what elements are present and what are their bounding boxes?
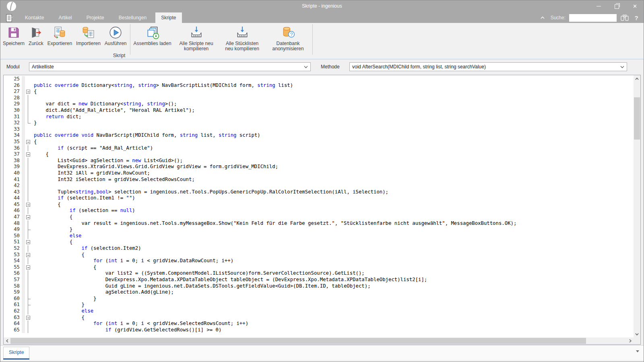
chevron-up-icon — [635, 78, 639, 80]
code-line[interactable]: 28 — [4, 95, 634, 101]
app-menu-button[interactable] — [3, 13, 17, 23]
horizontal-scrollbar[interactable] — [4, 337, 634, 344]
code-text: public override Dictionary<string, strin… — [31, 82, 634, 89]
code-line[interactable]: 37 { — [4, 151, 634, 158]
scroll-down-button[interactable] — [634, 331, 640, 337]
code-line[interactable]: 50 else — [4, 233, 634, 239]
help-button[interactable]: ? — [633, 14, 640, 21]
minimize-button[interactable] — [590, 0, 608, 12]
code-line[interactable]: 36 if (script == "Add_Ral_Article") — [4, 145, 634, 152]
code-line[interactable]: 60 } — [4, 296, 634, 302]
code-line[interactable]: 32} — [4, 120, 634, 126]
ribbon-tab-artikel[interactable]: Artikel — [53, 12, 77, 23]
code-line[interactable]: 40 Int32 iAll = gridView.RowCount; — [4, 170, 634, 177]
restore-button[interactable] — [608, 0, 626, 12]
code-line[interactable]: 53 { — [4, 252, 634, 258]
code-line[interactable]: 34public override void NavBarScript(MDIC… — [4, 132, 634, 139]
ribbon-collapse-button[interactable] — [538, 13, 547, 22]
ribbon-tab-projekte[interactable]: Projekte — [81, 12, 110, 23]
ribbon-button-importieren[interactable]: Importieren — [74, 24, 103, 47]
methode-select[interactable]: void AfterSearch(MDIChild form, string l… — [349, 62, 627, 71]
code-line[interactable]: 30 dict.Add("Add_Ral_Article", "Heroal R… — [4, 107, 634, 114]
code-line[interactable]: 44 if (selection.Item1 != "") — [4, 195, 634, 202]
indicator-margin — [22, 264, 25, 271]
fold-collapse-icon[interactable] — [25, 139, 31, 145]
fold-collapse-icon[interactable] — [25, 202, 31, 208]
ribbon-tabs: KontakteArtikelProjekteBestellungenSkrip… — [19, 12, 185, 23]
vertical-scrollbar[interactable] — [634, 75, 640, 337]
code-text: { — [31, 252, 634, 258]
modul-select[interactable]: Artikelliste — [29, 62, 311, 71]
code-line[interactable]: 31 return dict; — [4, 114, 634, 120]
ribbon-button-alle-st-cklisten-neu-kompilieren[interactable]: Alle Stücklisten neu kompilieren — [219, 24, 265, 53]
code-editor[interactable]: 2526public override Dictionary<string, s… — [3, 75, 641, 345]
ribbon-button-zur-ck[interactable]: Zurück — [27, 24, 45, 47]
ribbon-button-exportieren[interactable]: Exportieren — [45, 24, 74, 47]
code-line[interactable]: 48 var result = ingenious.net.Tools.myMe… — [4, 220, 634, 227]
tab-list-dropdown-icon[interactable] — [636, 350, 639, 352]
code-line[interactable]: 33 — [4, 126, 634, 133]
fold-collapse-icon[interactable] — [25, 264, 31, 271]
scroll-up-button[interactable] — [634, 75, 640, 82]
search-input[interactable] — [569, 14, 617, 22]
code-line[interactable]: 39 DevExpress.XtraGrid.Views.Grid.GridVi… — [4, 164, 634, 170]
code-line[interactable]: 26public override Dictionary<string, str… — [4, 82, 634, 89]
indicator-margin — [22, 258, 25, 264]
minimize-icon — [597, 6, 601, 6]
code-line[interactable]: 63 { — [4, 315, 634, 321]
code-line[interactable]: 27{ — [4, 88, 634, 95]
fold-collapse-icon[interactable] — [25, 252, 31, 258]
code-line[interactable]: 54 for (int i = 0; i < gridView.DataRowC… — [4, 258, 634, 264]
code-line[interactable]: 52 if (selection.Item2) — [4, 245, 634, 252]
code-line[interactable]: 41 Int32 iSelection = gridView.SelectedR… — [4, 177, 634, 183]
code-line[interactable]: 49 } — [4, 226, 634, 233]
vertical-scroll-thumb[interactable] — [634, 97, 640, 140]
line-number: 38 — [4, 158, 22, 164]
code-line[interactable]: 42 — [4, 183, 634, 189]
fold-collapse-icon[interactable] — [25, 151, 31, 158]
code-line[interactable]: 35{ — [4, 139, 634, 145]
close-button[interactable]: ✕ — [626, 0, 644, 12]
line-number: 35 — [4, 139, 22, 145]
ribbon-button-alle-skripte-neu-kompilieren[interactable]: Alle Skripte neu kompilieren — [173, 24, 219, 53]
fold-collapse-icon[interactable] — [25, 315, 31, 321]
code-line[interactable]: 46 if (selection == null) — [4, 208, 634, 214]
ribbon-button-speichern[interactable]: Speichern — [1, 24, 27, 47]
code-line[interactable]: 45 { — [4, 202, 634, 208]
code-line[interactable]: 29 var dict = new Dictionary<string, str… — [4, 101, 634, 107]
code-line[interactable]: 59 agSelection.Add(gLine); — [4, 289, 634, 296]
fold-collapse-icon[interactable] — [25, 88, 31, 95]
code-line[interactable]: 25 — [4, 76, 634, 82]
ribbon-button-datenbank-anonymisieren[interactable]: ?Datenbank anonymisieren — [265, 24, 311, 53]
ribbon-button-ausf-hren[interactable]: Ausführen — [103, 24, 129, 47]
code-line[interactable]: 47 { — [4, 214, 634, 220]
scroll-left-button[interactable] — [4, 337, 10, 344]
code-line[interactable]: 43 Tuple<string,bool> selection = ingeni… — [4, 189, 634, 195]
find-button[interactable] — [620, 13, 629, 22]
code-line[interactable]: 62 else — [4, 308, 634, 315]
code-line[interactable]: 51 { — [4, 239, 634, 245]
code-area[interactable]: 2526public override Dictionary<string, s… — [4, 75, 634, 337]
indicator-margin — [22, 195, 25, 202]
fold-collapse-icon[interactable] — [25, 239, 31, 245]
ribbon-tab-skripte[interactable]: Skripte — [155, 12, 182, 23]
code-line[interactable]: 38 List<Guid> agSelection = new List<Gui… — [4, 158, 634, 164]
code-line[interactable]: 56 var list2 = ((System.ComponentModel.I… — [4, 270, 634, 277]
code-line[interactable]: 64 for (int i = 0; i < gridView.Selected… — [4, 321, 634, 327]
save-icon — [7, 26, 21, 39]
code-line[interactable]: 57 DevExpress.Xpo.Metadata.XPDataTableOb… — [4, 277, 634, 283]
ribbon-button-assemblies-laden[interactable]: Assemblies laden — [132, 24, 173, 47]
code-line[interactable]: 58 Guid gLine = ingenious.net.DataSets.D… — [4, 283, 634, 290]
ribbon-tab-kontakte[interactable]: Kontakte — [19, 12, 50, 23]
fold-collapse-icon[interactable] — [25, 214, 31, 220]
scroll-right-button[interactable] — [627, 337, 634, 344]
code-line[interactable]: 55 { — [4, 264, 634, 271]
code-line[interactable]: 65 if (gridView.GetSelectedRows()[i] >= … — [4, 327, 634, 333]
indicator-margin — [22, 270, 25, 277]
ribbon-tab-bestellungen[interactable]: Bestellungen — [113, 12, 152, 23]
bottom-tab-skripte[interactable]: Skripte — [3, 347, 29, 358]
code-text: dict.Add("Add_Ral_Article", "Heroal RAL … — [31, 107, 634, 114]
indicator-margin — [22, 139, 25, 145]
horizontal-scroll-thumb[interactable] — [10, 338, 586, 344]
code-line[interactable]: 61 } — [4, 302, 634, 308]
